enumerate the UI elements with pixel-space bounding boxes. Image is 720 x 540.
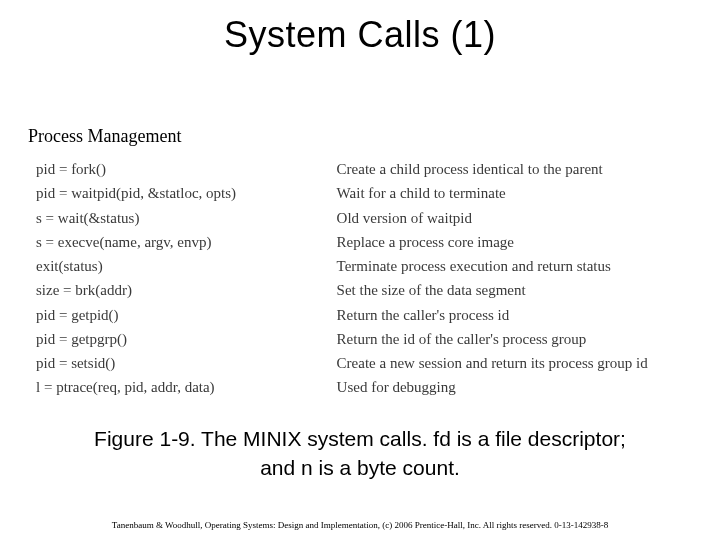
desc-cell: Set the size of the data segment <box>333 278 700 302</box>
syscall-cell: exit(status) <box>32 254 333 278</box>
desc-cell: Return the id of the caller's process gr… <box>333 327 700 351</box>
desc-cell: Create a child process identical to the … <box>333 157 700 181</box>
table-row: exit(status) Terminate process execution… <box>32 254 700 278</box>
table-row: s = execve(name, argv, envp) Replace a p… <box>32 230 700 254</box>
table-row: pid = getpgrp() Return the id of the cal… <box>32 327 700 351</box>
table-row: size = brk(addr) Set the size of the dat… <box>32 278 700 302</box>
syscall-table: pid = fork() Create a child process iden… <box>32 157 700 400</box>
figure-caption: Figure 1-9. The MINIX system calls. fd i… <box>0 425 720 482</box>
desc-cell: Used for debugging <box>333 375 700 399</box>
syscall-cell: pid = getpid() <box>32 303 333 327</box>
table-row: pid = fork() Create a child process iden… <box>32 157 700 181</box>
desc-cell: Old version of waitpid <box>333 206 700 230</box>
syscall-cell: pid = getpgrp() <box>32 327 333 351</box>
desc-cell: Return the caller's process id <box>333 303 700 327</box>
footer-copyright: Tanenbaum & Woodhull, Operating Systems:… <box>0 520 720 530</box>
desc-cell: Create a new session and return its proc… <box>333 351 700 375</box>
caption-line: Figure 1-9. The MINIX system calls. fd i… <box>94 427 626 450</box>
desc-cell: Wait for a child to terminate <box>333 181 700 205</box>
syscall-cell: s = wait(&status) <box>32 206 333 230</box>
syscall-table-wrap: pid = fork() Create a child process iden… <box>0 157 720 400</box>
table-row: pid = waitpid(pid, &statloc, opts) Wait … <box>32 181 700 205</box>
page-title: System Calls (1) <box>0 0 720 56</box>
syscall-cell: pid = fork() <box>32 157 333 181</box>
syscall-cell: pid = setsid() <box>32 351 333 375</box>
section-subtitle: Process Management <box>0 126 720 147</box>
syscall-cell: pid = waitpid(pid, &statloc, opts) <box>32 181 333 205</box>
syscall-cell: size = brk(addr) <box>32 278 333 302</box>
slide: System Calls (1) Process Management pid … <box>0 0 720 540</box>
syscall-cell: l = ptrace(req, pid, addr, data) <box>32 375 333 399</box>
caption-line: and n is a byte count. <box>260 456 460 479</box>
table-row: s = wait(&status) Old version of waitpid <box>32 206 700 230</box>
desc-cell: Replace a process core image <box>333 230 700 254</box>
table-row: l = ptrace(req, pid, addr, data) Used fo… <box>32 375 700 399</box>
syscall-cell: s = execve(name, argv, envp) <box>32 230 333 254</box>
table-row: pid = setsid() Create a new session and … <box>32 351 700 375</box>
desc-cell: Terminate process execution and return s… <box>333 254 700 278</box>
table-row: pid = getpid() Return the caller's proce… <box>32 303 700 327</box>
